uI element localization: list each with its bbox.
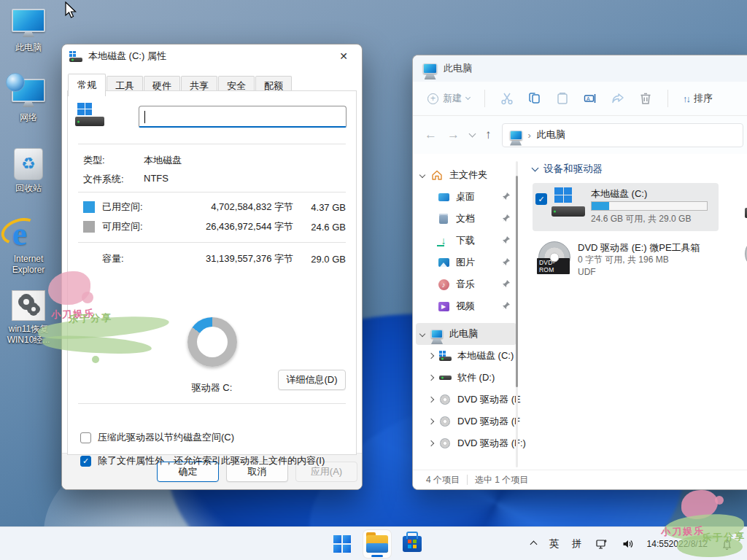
explorer-titlebar[interactable]: 此电脑 xyxy=(413,55,747,82)
desktop-icon-label: Internet Explorer xyxy=(2,254,55,276)
tree-item-home[interactable]: 主文件夹 xyxy=(413,164,519,186)
tree-item-videos[interactable]: ▶ 视频 xyxy=(413,295,519,317)
pictures-icon xyxy=(437,256,450,269)
this-pc-icon xyxy=(12,9,45,39)
volume-label-input[interactable] xyxy=(139,106,347,128)
tree-item-dvd-f2[interactable]: DVD 驱动器 (F:) xyxy=(413,432,519,454)
text-caret xyxy=(144,111,145,123)
clock-time: 14:55 xyxy=(647,539,669,550)
dialog-title: 本地磁盘 (C:) 属性 xyxy=(88,50,166,63)
section-devices-and-drives[interactable]: 设备和驱动器 xyxy=(533,163,747,176)
desktop-icon-win11-restore[interactable]: win11恢复WIN10经... xyxy=(2,290,55,346)
tree-item-music[interactable]: ♪ 音乐 xyxy=(413,273,519,295)
close-button[interactable]: ✕ xyxy=(333,47,355,65)
chevron-down-icon[interactable] xyxy=(419,172,425,178)
taskbar-file-explorer[interactable] xyxy=(363,530,391,558)
tree-item-this-pc[interactable]: 此电脑 xyxy=(416,323,516,345)
chevron-down-icon xyxy=(465,95,471,100)
chevron-right-icon[interactable] xyxy=(428,375,434,381)
desktop-icon-recycle-bin[interactable]: ♻ 回收站 xyxy=(2,148,55,194)
dialog-titlebar[interactable]: 本地磁盘 (C:) 属性 ✕ xyxy=(62,44,362,68)
drive-info: 24.6 GB 可用, 共 29.0 GB xyxy=(591,213,713,225)
internet-explorer-icon: e xyxy=(2,216,55,251)
details-button[interactable]: 详细信息(D) xyxy=(278,370,346,390)
capacity-row: 容量: 31,139,557,376 字节 29.0 GB xyxy=(83,252,346,265)
dvd-icon xyxy=(438,415,452,428)
this-pc-icon xyxy=(423,63,437,74)
history-chevron-icon[interactable] xyxy=(469,131,476,138)
file-explorer-icon xyxy=(366,535,388,553)
tab-general[interactable]: 常规 xyxy=(68,74,106,96)
tree-item-desktop[interactable]: 桌面 xyxy=(413,186,519,208)
free-space-row: 可用空间: 26,436,972,544 字节 24.6 GB xyxy=(83,220,346,233)
paste-button[interactable] xyxy=(551,88,574,109)
desktop-icon-this-pc[interactable]: 此电脑 xyxy=(2,9,55,53)
copy-button[interactable] xyxy=(523,88,546,109)
chevron-right-icon[interactable] xyxy=(428,419,434,424)
tree-item-dvd-f[interactable]: DVD 驱动器 (F xyxy=(413,411,519,432)
compress-checkbox-row[interactable]: 压缩此驱动器以节约磁盘空间(C) xyxy=(80,431,234,444)
disk-usage-donut-chart xyxy=(187,317,237,367)
this-pc-icon xyxy=(510,131,522,140)
checkbox-unchecked[interactable] xyxy=(80,432,91,443)
copy-icon xyxy=(527,91,542,106)
chevron-right-icon[interactable] xyxy=(428,397,434,402)
plus-circle-icon: + xyxy=(427,93,438,104)
free-color-swatch xyxy=(83,221,95,233)
pin-icon xyxy=(502,192,511,201)
new-button[interactable]: + 新建 xyxy=(423,89,474,108)
explorer-window: 此电脑 + 新建 A xyxy=(412,55,747,490)
tray-clock[interactable]: 14:55 2022/8/12 xyxy=(641,527,713,560)
chevron-right-icon[interactable] xyxy=(428,440,434,446)
back-button[interactable]: ← xyxy=(425,128,437,142)
notification-bell-icon[interactable]: z xyxy=(713,527,743,560)
chevron-down-icon[interactable] xyxy=(419,331,425,337)
toolbar-divider xyxy=(667,90,668,107)
local-disk-icon xyxy=(75,103,106,129)
store-icon xyxy=(403,536,422,552)
breadcrumb-item[interactable]: 此电脑 xyxy=(537,128,565,141)
ime-language-pinyin[interactable]: 拼 xyxy=(565,527,589,560)
chevron-right-icon[interactable] xyxy=(428,353,434,359)
drive-name: DVD 驱动器 (E:) 微PE工具箱 xyxy=(578,241,700,254)
status-item-count: 4 个项目 xyxy=(426,474,460,486)
ime-language-en[interactable]: 英 xyxy=(543,527,566,560)
tray-chevron-up[interactable] xyxy=(525,527,543,560)
desktop-icon-internet-explorer[interactable]: e Internet Explorer xyxy=(2,216,55,276)
cut-button[interactable] xyxy=(495,88,519,109)
share-button[interactable] xyxy=(606,88,630,109)
delete-button[interactable] xyxy=(634,88,657,109)
tree-item-dvd-e[interactable]: DVD 驱动器 (E xyxy=(413,389,519,411)
desktop-icon-label: 此电脑 xyxy=(2,42,55,53)
start-button[interactable] xyxy=(328,530,356,558)
local-disk-icon xyxy=(438,349,452,362)
tree-item-drive-d[interactable]: 软件 (D:) xyxy=(413,367,519,389)
up-button[interactable]: ↑ xyxy=(485,128,492,142)
index-checkbox-row[interactable]: ✓ 除了文件属性外，还允许索引此驱动器上文件的内容(I) xyxy=(80,454,325,467)
checkbox-checked[interactable]: ✓ xyxy=(80,456,91,467)
volume-icon[interactable] xyxy=(615,527,641,560)
tree-item-pictures[interactable]: 图片 xyxy=(413,252,519,273)
tree-item-drive-c[interactable]: 本地磁盘 (C:) xyxy=(413,345,519,367)
tree-item-documents[interactable]: 文档 xyxy=(413,208,519,230)
rename-button[interactable]: A xyxy=(578,88,602,109)
document-icon xyxy=(437,212,450,225)
drive-item-c[interactable]: ✓ 本地磁盘 (C:) 24.6 GB 可用, 共 29.0 GB xyxy=(533,183,719,231)
sort-button[interactable]: ↑↓ 排序 xyxy=(678,89,717,108)
trash-icon xyxy=(638,91,653,106)
taskbar-microsoft-store[interactable] xyxy=(398,530,426,558)
desktop-icon-network[interactable]: 网络 xyxy=(2,79,55,123)
mouse-cursor xyxy=(64,1,77,20)
network-icon[interactable] xyxy=(589,527,615,560)
selected-checkbox[interactable]: ✓ xyxy=(535,193,547,205)
drive-filesystem: UDF xyxy=(578,266,700,279)
tree-item-downloads[interactable]: ↓ 下载 xyxy=(413,230,519,252)
pin-icon xyxy=(502,301,511,310)
nav-pane-scrollbar[interactable] xyxy=(516,161,518,467)
drive-item-dvd-e[interactable]: DVD-ROM DVD 驱动器 (E:) 微PE工具箱 0 字节 可用, 共 1… xyxy=(533,241,747,279)
filesystem-row: 文件系统:NTFS xyxy=(83,173,346,186)
forward-button[interactable]: → xyxy=(447,128,460,142)
drive-name: 本地磁盘 (C:) xyxy=(591,187,713,200)
breadcrumb[interactable]: › 此电脑 xyxy=(502,123,744,147)
status-selected-count: 选中 1 个项目 xyxy=(475,474,528,486)
